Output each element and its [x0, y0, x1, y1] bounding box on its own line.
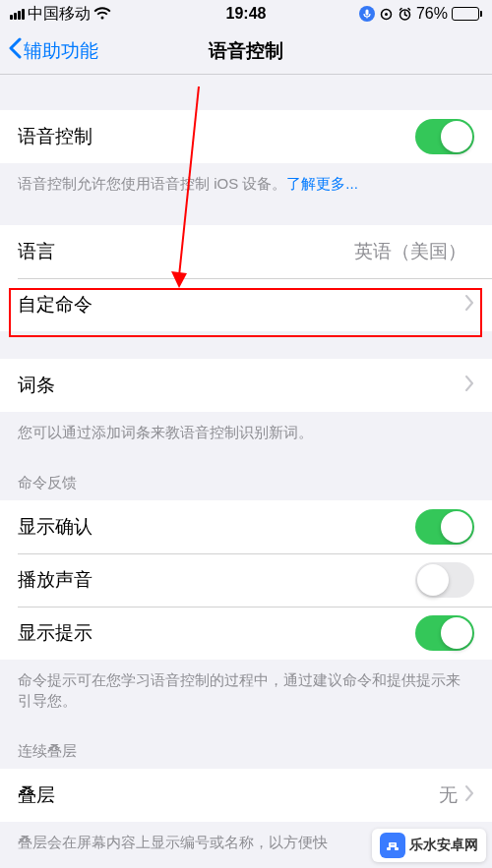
- group-main: 语音控制: [0, 110, 492, 163]
- feedback-header: 命令反馈: [0, 446, 492, 500]
- vocabulary-row[interactable]: 词条: [0, 359, 492, 412]
- language-label: 语言: [18, 239, 55, 264]
- vocabulary-footer: 您可以通过添加词条来教语音控制识别新词。: [0, 412, 492, 446]
- show-hints-label: 显示提示: [18, 620, 92, 646]
- alarm-icon: [398, 7, 412, 22]
- language-value: 英语（美国）: [354, 239, 466, 264]
- battery-percent: 76%: [416, 5, 448, 23]
- custom-commands-label: 自定命令: [18, 292, 92, 318]
- show-confirm-toggle[interactable]: [415, 509, 474, 545]
- status-bar: 中国移动 19:48 76%: [0, 0, 492, 28]
- svg-rect-11: [387, 847, 391, 850]
- overlay-header: 连续叠层: [0, 715, 492, 769]
- learn-more-link[interactable]: 了解更多...: [286, 175, 358, 192]
- status-time: 19:48: [226, 5, 267, 23]
- signal-icon: [10, 9, 25, 20]
- voice-control-footer: 语音控制允许您使用语音控制 iOS 设备。了解更多...: [0, 163, 492, 198]
- overlay-row[interactable]: 叠层 无: [0, 769, 492, 822]
- group-vocabulary: 词条: [0, 359, 492, 412]
- play-sound-toggle[interactable]: [415, 562, 474, 598]
- chevron-left-icon: [8, 37, 22, 64]
- watermark-icon: [380, 833, 405, 858]
- show-confirm-label: 显示确认: [18, 514, 92, 540]
- svg-rect-1: [365, 10, 368, 16]
- group-overlay: 叠层 无: [0, 769, 492, 822]
- custom-commands-row[interactable]: 自定命令: [0, 278, 492, 331]
- voice-icon: [359, 6, 375, 22]
- show-hints-toggle[interactable]: [415, 615, 474, 651]
- watermark-text: 乐水安卓网: [409, 837, 478, 854]
- voice-control-row[interactable]: 语音控制: [0, 110, 492, 163]
- status-left: 中国移动: [10, 4, 111, 25]
- svg-line-6: [400, 8, 401, 10]
- overlay-value: 无: [439, 782, 458, 808]
- svg-rect-12: [395, 847, 399, 850]
- show-hints-row[interactable]: 显示提示: [0, 607, 492, 660]
- page-title: 语音控制: [209, 38, 283, 64]
- back-button[interactable]: 辅助功能: [8, 37, 98, 64]
- battery-icon: [452, 7, 482, 21]
- watermark: 乐水安卓网: [372, 829, 486, 862]
- language-row[interactable]: 语言 英语（美国）: [0, 225, 492, 278]
- svg-point-14: [393, 843, 395, 845]
- status-right: 76%: [359, 5, 482, 23]
- location-icon: [379, 7, 394, 22]
- overlay-label: 叠层: [18, 782, 55, 808]
- vocabulary-label: 词条: [18, 373, 55, 398]
- chevron-right-icon: [465, 295, 474, 315]
- content: 语音控制 语音控制允许您使用语音控制 iOS 设备。了解更多... 语言 英语（…: [0, 75, 492, 868]
- play-sound-label: 播放声音: [18, 567, 92, 593]
- voice-control-toggle[interactable]: [415, 119, 474, 154]
- nav-bar: 辅助功能 语音控制: [0, 28, 492, 75]
- hints-footer: 命令提示可在您学习语音控制的过程中，通过建议命令和提供提示来引导您。: [0, 660, 492, 715]
- wifi-icon: [93, 7, 111, 21]
- show-confirm-row[interactable]: 显示确认: [0, 500, 492, 553]
- back-label: 辅助功能: [24, 38, 98, 64]
- chevron-right-icon: [465, 376, 474, 395]
- group-language: 语言 英语（美国） 自定命令: [0, 225, 492, 331]
- group-feedback: 显示确认 播放声音 显示提示: [0, 500, 492, 660]
- svg-point-4: [385, 13, 388, 16]
- svg-line-7: [408, 8, 410, 10]
- svg-rect-10: [389, 842, 397, 847]
- carrier-label: 中国移动: [28, 4, 91, 25]
- chevron-right-icon: [465, 785, 474, 805]
- svg-point-13: [391, 843, 393, 845]
- voice-control-label: 语音控制: [18, 124, 92, 149]
- play-sound-row[interactable]: 播放声音: [0, 553, 492, 607]
